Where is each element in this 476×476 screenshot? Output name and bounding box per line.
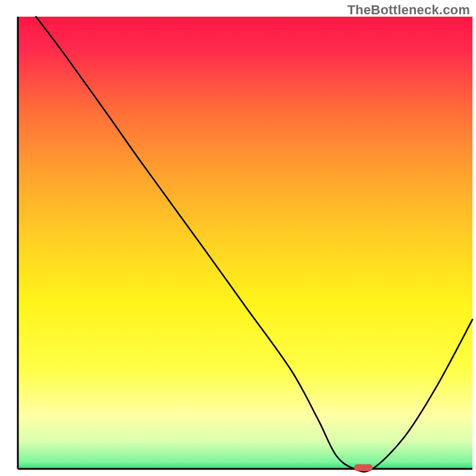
watermark-text: TheBottleneck.com	[347, 2, 470, 18]
bottleneck-chart	[0, 0, 476, 476]
optimal-marker	[354, 464, 372, 471]
chart-container: TheBottleneck.com	[0, 0, 476, 476]
